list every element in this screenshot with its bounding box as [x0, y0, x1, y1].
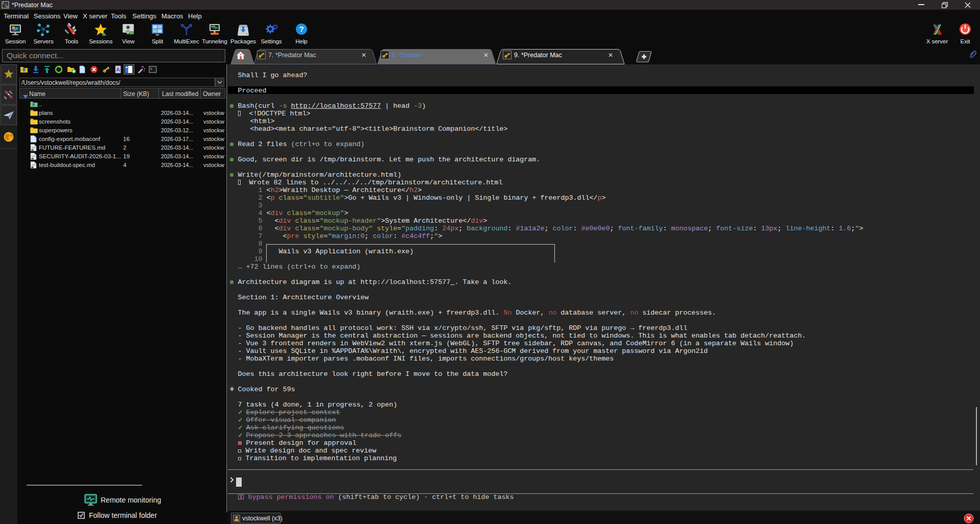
- svg-text:A: A: [116, 66, 120, 73]
- svg-text:?: ?: [299, 25, 304, 33]
